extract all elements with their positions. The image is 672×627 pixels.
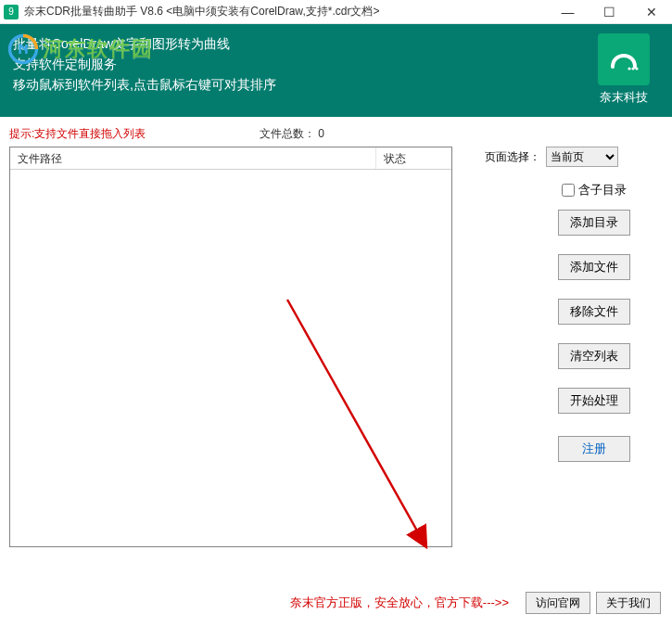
clear-list-button[interactable]: 清空列表 [558,343,630,369]
header-banner: 批量将CorelDraw文字和图形转为曲线 支持软件定制服务 移动鼠标到软件列表… [0,24,672,117]
svg-point-2 [631,67,634,70]
remove-file-button[interactable]: 移除文件 [558,299,630,325]
page-select-dropdown[interactable]: 当前页 [546,147,618,167]
column-status[interactable]: 状态 [376,147,451,169]
window-title: 奈末CDR批量转曲助手 V8.6 <电脑中须安装有CorelDraw,支持*.c… [24,4,379,19]
svg-point-1 [628,67,630,70]
header-line-1: 批量将CorelDraw文字和图形转为曲线 [13,33,589,54]
close-button[interactable]: ✕ [630,0,672,24]
add-file-button[interactable]: 添加文件 [558,254,630,280]
titlebar: 9 奈末CDR批量转曲助手 V8.6 <电脑中须安装有CorelDraw,支持*… [0,0,672,24]
page-select-label: 页面选择： [485,149,540,165]
side-panel: 含子目录 添加目录 添加文件 移除文件 清空列表 开始处理 注册 [539,174,650,480]
about-us-button[interactable]: 关于我们 [596,592,661,614]
register-button[interactable]: 注册 [558,436,630,462]
header-description: 批量将CorelDraw文字和图形转为曲线 支持软件定制服务 移动鼠标到软件列表… [13,33,589,106]
maximize-button[interactable]: ☐ [589,0,630,24]
include-subdir-checkbox[interactable]: 含子目录 [562,182,627,198]
svg-point-3 [635,67,638,70]
include-subdir-input[interactable] [562,184,575,197]
brand-logo: 奈末科技 [589,33,659,106]
file-count-value: 0 [318,127,324,140]
app-icon: 9 [4,5,19,19]
visit-site-button[interactable]: 访问官网 [526,592,590,614]
file-list[interactable]: 文件路径 状态 [9,147,452,547]
brand-logo-text: 奈末科技 [600,89,648,106]
list-header: 文件路径 状态 [10,147,451,170]
column-path[interactable]: 文件路径 [10,147,376,169]
footer-promo-text: 奈末官方正版，安全放心，官方下载--->> [290,595,509,611]
drag-tip-text: 提示:支持文件直接拖入列表 [9,126,146,142]
minimize-button[interactable]: — [547,0,589,24]
window-controls: — ☐ ✕ [547,0,672,24]
brand-logo-icon [598,33,650,85]
header-line-2: 支持软件定制服务 [13,54,589,74]
include-subdir-label: 含子目录 [578,182,627,198]
file-count: 文件总数： 0 [260,126,324,142]
add-dir-button[interactable]: 添加目录 [558,210,630,236]
file-count-label: 文件总数： [260,127,315,140]
page-select: 页面选择： 当前页 [485,147,618,167]
footer: 奈末官方正版，安全放心，官方下载--->> 访问官网 关于我们 [0,592,672,614]
header-line-3: 移动鼠标到软件列表,点击鼠标右键可对其排序 [13,74,589,95]
start-button[interactable]: 开始处理 [558,388,630,414]
